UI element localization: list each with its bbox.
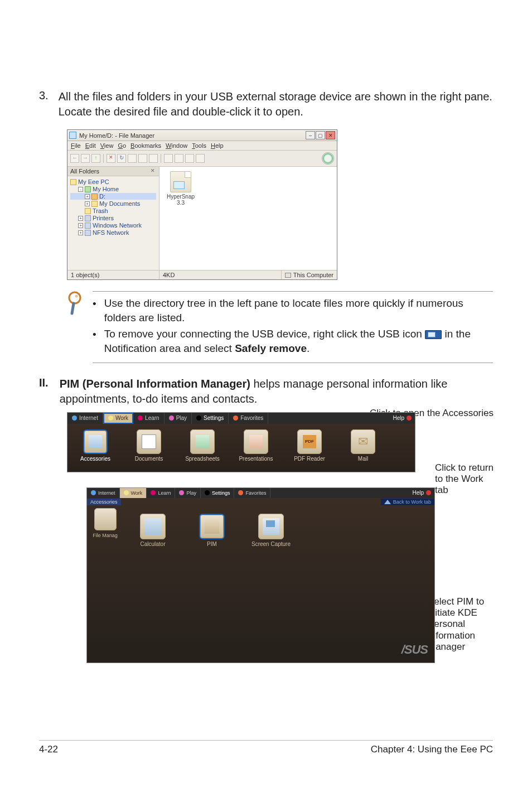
settings-icon: [196, 416, 201, 421]
toolbar: [67, 151, 337, 167]
minimize-button[interactable]: –: [306, 131, 315, 139]
tree-printers[interactable]: +Printers: [70, 215, 156, 221]
collapse-icon[interactable]: -: [78, 187, 83, 192]
help-icon: [407, 416, 412, 421]
pim-diagram: Click to open the Accessories Click to r…: [67, 412, 491, 472]
back-button[interactable]: [70, 154, 79, 163]
view-button-4[interactable]: [196, 154, 205, 163]
tip-magnifier-icon: [67, 291, 85, 316]
tab-work[interactable]: Work: [120, 488, 147, 498]
forward-button[interactable]: [81, 154, 90, 163]
accessories-icon: [83, 429, 108, 454]
tab-work[interactable]: Work: [103, 413, 133, 424]
app-mail[interactable]: Mail: [343, 429, 383, 462]
tab-play[interactable]: Play: [165, 413, 192, 424]
globe-icon: [72, 416, 77, 421]
reload-button[interactable]: [117, 154, 126, 163]
tab-internet[interactable]: Internet: [87, 488, 120, 498]
work-icon: [124, 490, 129, 495]
tab-settings[interactable]: Settings: [192, 413, 229, 424]
menu-help[interactable]: Help: [211, 142, 224, 149]
app-pim[interactable]: PIM: [190, 514, 234, 547]
app-screen-capture[interactable]: Screen Capture: [249, 514, 293, 547]
menu-edit[interactable]: Edit: [85, 142, 96, 149]
menu-window[interactable]: Window: [166, 142, 187, 149]
cut-button[interactable]: [128, 154, 137, 163]
help-button[interactable]: Help: [389, 413, 415, 424]
stop-button[interactable]: [107, 154, 115, 163]
back-to-work-button[interactable]: Back to Work tab: [381, 499, 434, 505]
maximize-button[interactable]: ▢: [316, 131, 325, 139]
eeepc-icon: [70, 179, 76, 185]
tab-favorites[interactable]: Favorites: [229, 413, 268, 424]
expand-icon[interactable]: +: [78, 230, 83, 235]
tree-winnet[interactable]: +Windows Network: [70, 222, 156, 229]
accessories-breadcrumb: Accessories: [87, 499, 121, 505]
panel-close-icon[interactable]: ✕: [149, 168, 156, 175]
tree-trash[interactable]: Trash: [70, 207, 156, 214]
tree-documents[interactable]: +My Documents: [70, 200, 156, 207]
app-calculator[interactable]: Calculator: [130, 514, 175, 547]
tab-learn[interactable]: Learn: [133, 413, 165, 424]
file-list-pane[interactable]: HyperSnap 3.3: [159, 167, 337, 270]
settings-icon: [205, 490, 210, 495]
app-pdf-reader[interactable]: PDF Reader: [289, 429, 330, 462]
tab-learn[interactable]: Learn: [147, 488, 175, 498]
bullet: •: [93, 296, 96, 325]
view-button-2[interactable]: [175, 154, 183, 163]
app-accessories[interactable]: Accessories: [75, 429, 115, 462]
play-icon: [179, 490, 184, 495]
menu-tools[interactable]: Tools: [192, 142, 206, 149]
menu-go[interactable]: Go: [118, 142, 126, 149]
view-button-3[interactable]: [185, 154, 194, 163]
tree-home[interactable]: -My Home: [70, 186, 156, 192]
section-number: II.: [39, 376, 49, 407]
file-manager-icon[interactable]: [94, 508, 117, 530]
app-spreadsheets[interactable]: Spreadsheets: [182, 429, 223, 462]
app-presentations[interactable]: Presentations: [236, 429, 276, 462]
titlebar[interactable]: My Home/D: - File Manager – ▢ ✕: [67, 130, 337, 141]
expand-icon[interactable]: +: [85, 201, 90, 206]
view-button-1[interactable]: [164, 154, 173, 163]
tree-drive-d[interactable]: +D:: [70, 193, 156, 200]
tree-root[interactable]: My Eee PC: [70, 178, 156, 185]
app-documents[interactable]: Documents: [129, 429, 169, 462]
menu-file[interactable]: File: [71, 142, 81, 149]
tab-internet[interactable]: Internet: [67, 413, 103, 424]
globe-icon: [91, 490, 96, 495]
callout-back-to-work: Click to return to the Work tab: [435, 462, 496, 496]
step-text: All the files and folders in your USB ex…: [59, 89, 493, 119]
status-size: 4KD: [159, 270, 282, 279]
calculator-icon: [140, 514, 166, 539]
help-button[interactable]: Help: [409, 488, 434, 498]
copy-button[interactable]: [138, 154, 147, 163]
tip1-text: Use the directory tree in the left pane …: [104, 296, 493, 325]
pdf-icon: [297, 429, 322, 454]
menu-view[interactable]: View: [100, 142, 114, 149]
menubar[interactable]: File Edit View Go Bookmarks Window Tools…: [67, 141, 337, 151]
window-title: My Home/D: - File Manager: [79, 132, 154, 139]
documents-icon: [137, 429, 161, 454]
tab-settings[interactable]: Settings: [201, 488, 235, 498]
separator: [161, 154, 161, 163]
file-manager-window: My Home/D: - File Manager – ▢ ✕ File Edi…: [67, 129, 337, 280]
expand-icon[interactable]: +: [78, 216, 83, 221]
expand-icon[interactable]: +: [78, 223, 83, 228]
section-lead: PIM (Personal Information Manager): [60, 378, 250, 390]
home-icon: [85, 186, 91, 192]
play-icon: [169, 416, 174, 421]
close-button[interactable]: ✕: [326, 131, 335, 139]
expand-icon[interactable]: +: [85, 194, 90, 199]
file-item[interactable]: HyperSnap 3.3: [164, 171, 197, 206]
tab-favorites[interactable]: Favorites: [234, 488, 270, 498]
up-button[interactable]: [91, 154, 100, 163]
paste-button[interactable]: [149, 154, 158, 163]
section-ii: II. PIM (Personal Information Manager) h…: [39, 376, 493, 407]
svg-point-1: [75, 295, 78, 298]
asus-logo: /SUS: [402, 642, 428, 657]
tree-nfsnet[interactable]: +NFS Network: [70, 229, 156, 236]
screen-capture-icon: [258, 514, 284, 539]
callout-select-pim: Select PIM to initiate KDE Personal Info…: [428, 596, 503, 653]
tab-play[interactable]: Play: [175, 488, 201, 498]
menu-bookmarks[interactable]: Bookmarks: [130, 142, 161, 149]
